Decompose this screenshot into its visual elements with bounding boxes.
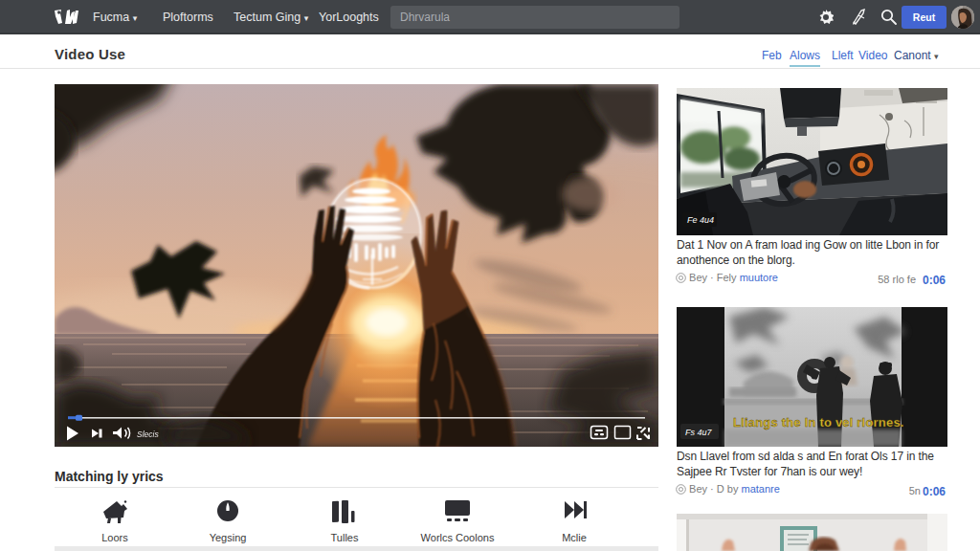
svg-text:Lliangs the In to vel rlornes.: Lliangs the In to vel rlornes. xyxy=(733,415,904,430)
svg-text:Fs 4u7: Fs 4u7 xyxy=(685,428,713,437)
svg-text:Slecis: Slecis xyxy=(137,430,159,439)
svg-text:Fe 4u4: Fe 4u4 xyxy=(687,215,714,225)
